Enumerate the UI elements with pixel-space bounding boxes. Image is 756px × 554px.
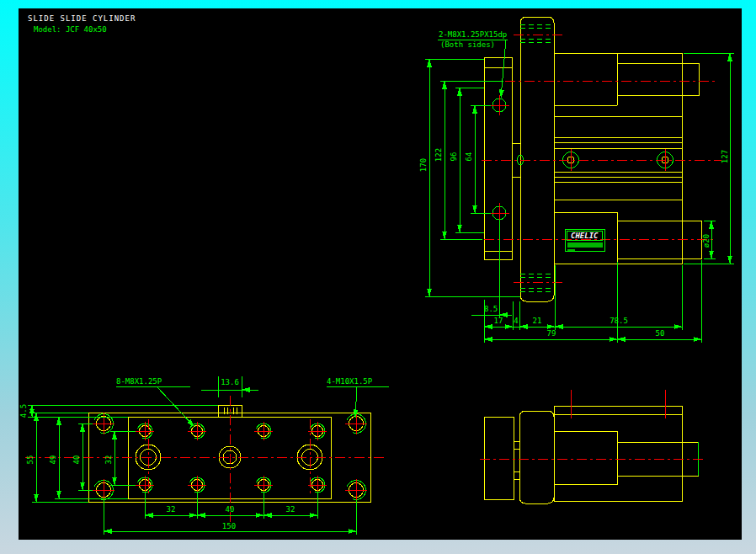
dim-50: 50 bbox=[656, 329, 665, 338]
thread-note-sub: (Both sides) bbox=[440, 40, 495, 49]
dim-96: 96 bbox=[450, 152, 458, 162]
nameplate-bar bbox=[567, 242, 603, 248]
dim-13-6: 13.6 bbox=[221, 378, 239, 386]
thread-note-text: 2-M8X1.25PX15dp bbox=[439, 30, 507, 39]
dim-32a: 32 bbox=[167, 505, 176, 514]
cad-drawing: SLIDE SLIDE CYLINDER Model: JCF 40x50 CH… bbox=[0, 0, 756, 554]
note-m10: 4-M10X1.5P bbox=[327, 377, 373, 386]
dim-4: 4 bbox=[514, 317, 518, 325]
dim-49: 49 bbox=[49, 455, 57, 465]
dim-55: 55 bbox=[26, 455, 35, 465]
dim-17: 17 bbox=[494, 317, 503, 325]
drawing-title: SLIDE SLIDE CYLINDER bbox=[28, 14, 136, 23]
dim-21: 21 bbox=[533, 317, 542, 325]
dim-8-5: 8.5 bbox=[484, 305, 498, 313]
dim-32b: 32 bbox=[286, 505, 295, 514]
model-label: Model: JCF 40x50 bbox=[34, 25, 107, 34]
dim-32: 32 bbox=[104, 455, 113, 465]
dim-79: 79 bbox=[547, 329, 556, 338]
cad-window: SLIDE SLIDE CYLINDER Model: JCF 40x50 CH… bbox=[0, 0, 756, 554]
note-m8: 8-M8X1.25P bbox=[116, 377, 162, 386]
dim-122: 122 bbox=[434, 148, 443, 162]
dim-78-5: 78.5 bbox=[610, 317, 628, 325]
dim-127: 127 bbox=[721, 150, 729, 163]
dim-40: 40 bbox=[72, 455, 81, 465]
dim-4-5: 4.5 bbox=[19, 404, 28, 418]
dim-64: 64 bbox=[465, 152, 473, 162]
brand-logo: CHELIC bbox=[571, 232, 599, 240]
dim-rod-dia: ø20 bbox=[702, 234, 711, 248]
dim-40b: 40 bbox=[226, 505, 235, 514]
drawing-canvas bbox=[19, 8, 742, 540]
dim-150: 150 bbox=[222, 522, 236, 530]
dim-170: 170 bbox=[419, 158, 428, 172]
